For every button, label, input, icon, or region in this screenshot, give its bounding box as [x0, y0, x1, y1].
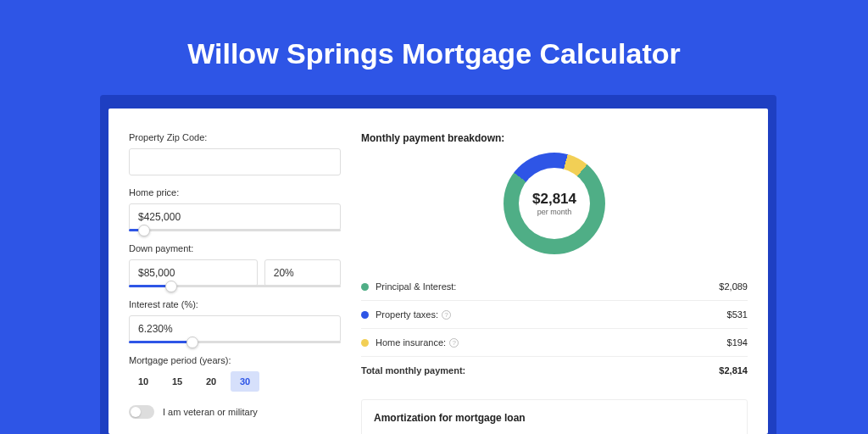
- breakdown-row: Property taxes:?$531: [361, 300, 748, 328]
- down-payment-field: Down payment:: [129, 243, 341, 287]
- period-field: Mortgage period (years): 10152030: [129, 355, 341, 392]
- zip-input[interactable]: [129, 148, 341, 175]
- amortization-title: Amortization for mortgage loan: [374, 412, 735, 424]
- home-price-label: Home price:: [129, 187, 341, 198]
- zip-field: Property Zip Code:: [129, 132, 341, 175]
- slider-thumb[interactable]: [138, 225, 150, 236]
- period-options: 10152030: [129, 371, 341, 392]
- donut-sub: per month: [537, 208, 572, 216]
- slider-thumb[interactable]: [186, 337, 198, 348]
- slider-fill: [129, 341, 192, 343]
- calculator-card: Property Zip Code: Home price: Down paym…: [108, 108, 768, 434]
- period-option-10[interactable]: 10: [129, 371, 158, 392]
- donut-chart: $2,814 per month: [504, 153, 605, 254]
- total-label: Total monthly payment:: [361, 365, 465, 376]
- zip-label: Property Zip Code:: [129, 132, 341, 142]
- breakdown-label: Principal & Interest:: [376, 281, 456, 292]
- rate-field: Interest rate (%):: [129, 299, 341, 343]
- down-payment-slider[interactable]: [129, 285, 341, 287]
- rate-label: Interest rate (%):: [129, 299, 341, 309]
- donut-amount: $2,814: [532, 191, 576, 208]
- page-title: Willow Springs Mortgage Calculator: [0, 0, 868, 91]
- down-payment-label: Down payment:: [129, 243, 341, 253]
- veteran-toggle-label: I am veteran or military: [163, 407, 258, 417]
- down-payment-amount-input[interactable]: [129, 259, 258, 287]
- breakdown-value: $531: [727, 309, 748, 320]
- inputs-column: Property Zip Code: Home price: Down paym…: [129, 132, 341, 434]
- breakdown-total-row: Total monthly payment: $2,814: [361, 356, 748, 384]
- home-price-slider[interactable]: [129, 229, 341, 231]
- total-value: $2,814: [719, 365, 748, 376]
- veteran-toggle[interactable]: [129, 405, 154, 419]
- slider-thumb[interactable]: [165, 281, 177, 292]
- breakdown-row: Principal & Interest:$2,089: [361, 273, 748, 300]
- breakdown-value: $2,089: [719, 281, 748, 292]
- swatch: [361, 283, 369, 291]
- rate-slider[interactable]: [129, 341, 341, 343]
- period-label: Mortgage period (years):: [129, 355, 341, 365]
- breakdown-column: Monthly payment breakdown: $2,814 per mo…: [341, 132, 748, 434]
- amortization-card: Amortization for mortgage loan Amortizat…: [361, 399, 748, 434]
- swatch: [361, 311, 369, 319]
- down-payment-percent-input[interactable]: [264, 259, 341, 287]
- info-icon[interactable]: ?: [449, 338, 459, 348]
- info-icon[interactable]: ?: [442, 310, 451, 320]
- swatch: [361, 339, 369, 347]
- breakdown-title: Monthly payment breakdown:: [361, 132, 748, 144]
- breakdown-label: Property taxes:: [376, 309, 438, 320]
- breakdown-row: Home insurance:?$194: [361, 328, 748, 356]
- donut-wrap: $2,814 per month: [361, 153, 748, 254]
- period-option-30[interactable]: 30: [231, 371, 259, 392]
- veteran-toggle-row: I am veteran or military: [129, 405, 341, 419]
- breakdown-value: $194: [727, 337, 748, 348]
- period-option-15[interactable]: 15: [163, 371, 192, 392]
- breakdown-rows: Principal & Interest:$2,089Property taxe…: [361, 273, 748, 356]
- home-price-field: Home price:: [129, 187, 341, 231]
- period-option-20[interactable]: 20: [197, 371, 225, 392]
- donut-center: $2,814 per month: [519, 168, 590, 239]
- breakdown-label: Home insurance:: [376, 337, 446, 348]
- home-price-input[interactable]: [129, 203, 341, 231]
- rate-input[interactable]: [129, 315, 341, 342]
